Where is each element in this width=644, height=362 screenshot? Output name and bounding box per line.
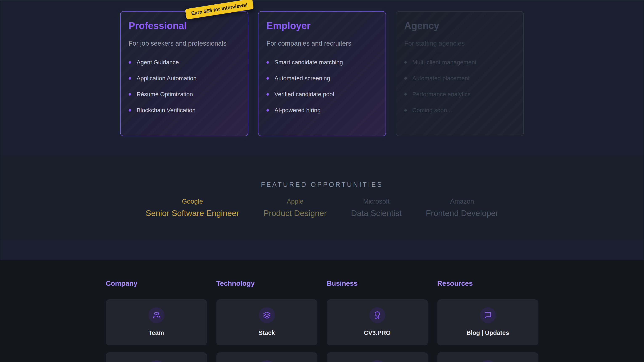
bullet-icon <box>266 93 269 96</box>
plan-card-employer[interactable]: Employer For companies and recruiters Sm… <box>258 11 386 136</box>
plan-title: Agency <box>404 20 516 31</box>
plan-subtitle: For staffing agencies <box>404 40 516 47</box>
plan-card-agency: Agency For staffing agencies Multi-clien… <box>396 11 524 136</box>
plan-feature-list: Agent Guidance Application Automation Ré… <box>128 59 240 114</box>
plan-feature-label: Multi-client management <box>412 59 476 66</box>
bullet-icon <box>128 77 131 80</box>
plan-feature-label: Automated screening <box>274 75 330 82</box>
footer-column-technology: Technology Stack <box>216 279 317 362</box>
plan-subtitle: For job seekers and professionals <box>128 40 240 47</box>
bullet-icon <box>128 61 131 64</box>
bullet-icon <box>404 77 407 80</box>
plan-feature: Résumé Optimization <box>128 91 240 98</box>
job-title: Data Scientist <box>351 209 402 218</box>
featured-job-apple[interactable]: Apple Product Designer <box>263 198 327 218</box>
footer-card-label: Team <box>148 330 164 336</box>
job-title: Senior Software Engineer <box>146 209 239 218</box>
footer-card-partial[interactable] <box>216 352 317 362</box>
bullet-icon <box>404 93 407 96</box>
plan-feature-label: Verified candidate pool <box>274 91 334 98</box>
featured-jobs-row: Google Senior Software Engineer Apple Pr… <box>0 198 644 218</box>
hidden-icon <box>259 360 275 362</box>
plan-feature: Application Automation <box>128 75 240 82</box>
plan-feature-label: Coming soon... <box>412 107 452 114</box>
layers-icon <box>259 307 275 323</box>
plan-feature: Multi-client management <box>404 59 516 66</box>
plan-feature-label: Blockchain Verification <box>136 107 196 114</box>
job-company: Apple <box>263 198 327 205</box>
plan-feature: Agent Guidance <box>128 59 240 66</box>
plan-feature: Coming soon... <box>404 107 516 114</box>
plan-title: Employer <box>266 20 378 31</box>
plan-card-professional[interactable]: Professional For job seekers and profess… <box>120 11 248 136</box>
plan-feature-label: Application Automation <box>136 75 196 82</box>
users-icon <box>148 307 164 323</box>
plan-feature: Automated placement <box>404 75 516 82</box>
footer-grid: Company Team Technology <box>106 260 538 362</box>
job-title: Frontend Developer <box>426 209 498 218</box>
plan-feature-label: Performance analytics <box>412 91 470 98</box>
bullet-icon <box>266 61 269 64</box>
plan-feature: Blockchain Verification <box>128 107 240 114</box>
footer: Company Team Technology <box>0 260 644 362</box>
plan-feature-label: Smart candidate matching <box>274 59 343 66</box>
job-company: Google <box>146 198 239 205</box>
plan-feature: Automated screening <box>266 75 378 82</box>
footer-column-heading: Technology <box>216 279 317 287</box>
featured-heading: FEATURED OPPORTUNITIES <box>0 156 644 188</box>
footer-column-resources: Resources Blog | Updates <box>437 279 538 362</box>
featured-job-amazon[interactable]: Amazon Frontend Developer <box>426 198 498 218</box>
bullet-icon <box>266 77 269 80</box>
job-company: Microsoft <box>351 198 402 205</box>
footer-column-heading: Company <box>106 279 207 287</box>
plan-feature-label: Agent Guidance <box>136 59 179 66</box>
job-company: Amazon <box>426 198 498 205</box>
footer-column-company: Company Team <box>106 279 207 362</box>
plan-feature: Verified candidate pool <box>266 91 378 98</box>
pricing-landing-page: Earn $$$ for Interviews! Professional Fo… <box>0 0 644 362</box>
bullet-icon <box>404 61 407 64</box>
plan-feature: Smart candidate matching <box>266 59 378 66</box>
plan-subtitle: For companies and recruiters <box>266 40 378 47</box>
plan-feature: AI-powered hiring <box>266 107 378 114</box>
footer-column-heading: Resources <box>437 279 538 287</box>
plans-row: Professional For job seekers and profess… <box>0 0 644 136</box>
award-icon <box>369 307 385 323</box>
featured-opportunities-section: FEATURED OPPORTUNITIES Google Senior Sof… <box>0 156 644 240</box>
featured-job-microsoft[interactable]: Microsoft Data Scientist <box>351 198 402 218</box>
footer-card-team[interactable]: Team <box>106 299 207 346</box>
plans-section: Earn $$$ for Interviews! Professional Fo… <box>0 0 644 156</box>
footer-card-partial[interactable] <box>327 352 428 362</box>
hidden-icon <box>148 360 164 362</box>
plan-feature-label: AI-powered hiring <box>274 107 320 114</box>
plan-feature-label: Automated placement <box>412 75 470 82</box>
footer-card-stack[interactable]: Stack <box>216 299 317 346</box>
main-content: Earn $$$ for Interviews! Professional Fo… <box>0 0 644 260</box>
plan-feature-list: Smart candidate matching Automated scree… <box>266 59 378 114</box>
section-spacer <box>0 240 644 260</box>
footer-card-label: Blog | Updates <box>466 330 509 336</box>
footer-card-label: Stack <box>259 330 275 336</box>
job-title: Product Designer <box>263 209 327 218</box>
footer-card-cv3pro[interactable]: CV3.PRO <box>327 299 428 346</box>
plan-title: Professional <box>128 20 240 31</box>
bullet-icon <box>404 109 407 112</box>
plan-feature-list: Multi-client management Automated placem… <box>404 59 516 114</box>
hidden-icon <box>369 360 385 362</box>
footer-card-label: CV3.PRO <box>364 330 390 336</box>
footer-card-partial[interactable] <box>437 352 538 362</box>
message-square-icon <box>480 307 496 323</box>
featured-job-google[interactable]: Google Senior Software Engineer <box>146 198 239 218</box>
bullet-icon <box>128 109 131 112</box>
footer-column-heading: Business <box>327 279 428 287</box>
footer-column-business: Business CV3.PRO <box>327 279 428 362</box>
plan-feature-label: Résumé Optimization <box>136 91 193 98</box>
plan-feature: Performance analytics <box>404 91 516 98</box>
footer-card-partial[interactable] <box>106 352 207 362</box>
bullet-icon <box>128 93 131 96</box>
bullet-icon <box>266 109 269 112</box>
footer-card-blog[interactable]: Blog | Updates <box>437 299 538 346</box>
hidden-icon <box>480 360 496 362</box>
